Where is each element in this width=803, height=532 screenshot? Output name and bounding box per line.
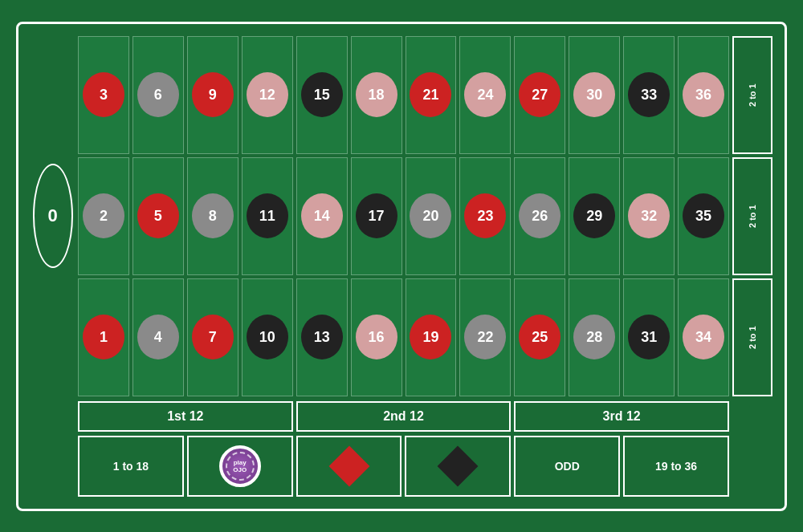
- oval-34: 34: [683, 315, 724, 359]
- cell-5[interactable]: 5: [132, 157, 184, 275]
- cell-4[interactable]: 4: [132, 278, 184, 396]
- cell-24[interactable]: 24: [459, 36, 511, 154]
- cell-3[interactable]: 3: [78, 36, 129, 154]
- cell-31[interactable]: 31: [623, 278, 675, 396]
- oval-29: 29: [573, 193, 615, 238]
- number-row-mid: 2 5 8 11 14 17 20 23 26 29 32 35: [78, 157, 729, 275]
- oval-31: 31: [628, 315, 670, 359]
- roulette-table: 0 3 6 9 12 15 18 21 24 27 30 33 36 2: [16, 22, 787, 511]
- two-to-one-bottom[interactable]: 2 to 1: [732, 278, 772, 396]
- cell-21[interactable]: 21: [406, 36, 457, 154]
- two-to-one-section: 2 to 1 2 to 1 2 to 1: [732, 36, 772, 396]
- bets-row: 1 to 18 playOJO ODD 19 to 36: [78, 436, 729, 497]
- cell-35[interactable]: 35: [678, 157, 729, 275]
- cell-11[interactable]: 11: [242, 157, 293, 275]
- bet-odd[interactable]: ODD: [514, 436, 620, 497]
- chip[interactable]: playOJO: [219, 445, 261, 487]
- two-to-one-top[interactable]: 2 to 1: [732, 36, 772, 154]
- oval-36: 36: [683, 72, 724, 117]
- bottom-section: 1st 12 2nd 12 3rd 12 1 to 18 playOJO ODD…: [31, 401, 772, 497]
- oval-26: 26: [519, 193, 560, 238]
- oval-9: 9: [192, 72, 234, 117]
- cell-28[interactable]: 28: [569, 278, 620, 396]
- bet-red[interactable]: [296, 436, 402, 497]
- oval-33: 33: [628, 72, 670, 117]
- cell-30[interactable]: 30: [569, 36, 620, 154]
- number-row-bottom: 1 4 7 10 13 16 19 22 25 28 31 34: [78, 278, 729, 396]
- chip-label: playOJO: [226, 452, 255, 481]
- red-diamond: [328, 445, 369, 486]
- oval-20: 20: [410, 193, 451, 238]
- cell-6[interactable]: 6: [132, 36, 184, 154]
- oval-3: 3: [83, 72, 124, 117]
- cell-17[interactable]: 17: [351, 157, 402, 275]
- oval-10: 10: [247, 315, 288, 359]
- cell-20[interactable]: 20: [406, 157, 457, 275]
- black-diamond: [438, 445, 479, 486]
- cell-14[interactable]: 14: [296, 157, 348, 275]
- dozens-row: 1st 12 2nd 12 3rd 12: [78, 401, 729, 432]
- number-row-top: 3 6 9 12 15 18 21 24 27 30 33 36: [78, 36, 729, 154]
- cell-12[interactable]: 12: [242, 36, 293, 154]
- oval-4: 4: [137, 315, 179, 359]
- bet-1to18[interactable]: 1 to 18: [78, 436, 184, 497]
- cell-25[interactable]: 25: [514, 278, 565, 396]
- bet-black[interactable]: [405, 436, 511, 497]
- cell-7[interactable]: 7: [187, 278, 238, 396]
- cell-23[interactable]: 23: [459, 157, 511, 275]
- bet-even[interactable]: playOJO: [187, 436, 293, 497]
- oval-27: 27: [519, 72, 560, 117]
- oval-6: 6: [137, 72, 179, 117]
- oval-21: 21: [410, 72, 451, 117]
- cell-18[interactable]: 18: [351, 36, 402, 154]
- oval-35: 35: [683, 193, 724, 238]
- oval-1: 1: [83, 315, 124, 359]
- oval-17: 17: [356, 193, 397, 238]
- oval-24: 24: [464, 72, 506, 117]
- oval-2: 2: [83, 193, 124, 238]
- cell-16[interactable]: 16: [351, 278, 402, 396]
- cell-2[interactable]: 2: [78, 157, 129, 275]
- dozen-3rd[interactable]: 3rd 12: [514, 401, 729, 432]
- oval-30: 30: [573, 72, 615, 117]
- oval-14: 14: [301, 193, 343, 238]
- zero-label: 0: [47, 205, 57, 226]
- oval-15: 15: [301, 72, 343, 117]
- two-to-one-mid[interactable]: 2 to 1: [732, 157, 772, 275]
- oval-5: 5: [137, 193, 179, 238]
- cell-1[interactable]: 1: [78, 278, 129, 396]
- zero-cell[interactable]: 0: [33, 164, 73, 268]
- cell-8[interactable]: 8: [187, 157, 238, 275]
- cell-15[interactable]: 15: [296, 36, 348, 154]
- cell-19[interactable]: 19: [406, 278, 457, 396]
- cell-34[interactable]: 34: [678, 278, 729, 396]
- oval-22: 22: [464, 315, 506, 359]
- oval-23: 23: [464, 193, 506, 238]
- cell-9[interactable]: 9: [187, 36, 238, 154]
- bet-19to36[interactable]: 19 to 36: [623, 436, 729, 497]
- oval-16: 16: [356, 315, 397, 359]
- cell-29[interactable]: 29: [569, 157, 620, 275]
- oval-18: 18: [356, 72, 397, 117]
- numbers-grid: 3 6 9 12 15 18 21 24 27 30 33 36 2 5 8 1…: [78, 36, 729, 396]
- cell-27[interactable]: 27: [514, 36, 565, 154]
- oval-11: 11: [247, 193, 288, 238]
- cell-36[interactable]: 36: [678, 36, 729, 154]
- zero-section: 0: [31, 36, 75, 396]
- cell-10[interactable]: 10: [242, 278, 293, 396]
- cell-13[interactable]: 13: [296, 278, 348, 396]
- cell-26[interactable]: 26: [514, 157, 565, 275]
- cell-22[interactable]: 22: [459, 278, 511, 396]
- cell-33[interactable]: 33: [623, 36, 675, 154]
- oval-7: 7: [192, 315, 234, 359]
- dozen-1st[interactable]: 1st 12: [78, 401, 293, 432]
- oval-8: 8: [192, 193, 234, 238]
- oval-19: 19: [410, 315, 451, 359]
- oval-28: 28: [573, 315, 615, 359]
- oval-12: 12: [247, 72, 288, 117]
- dozen-2nd[interactable]: 2nd 12: [296, 401, 512, 432]
- oval-13: 13: [301, 315, 343, 359]
- cell-32[interactable]: 32: [623, 157, 675, 275]
- main-grid: 0 3 6 9 12 15 18 21 24 27 30 33 36 2: [31, 36, 772, 396]
- oval-32: 32: [628, 193, 670, 238]
